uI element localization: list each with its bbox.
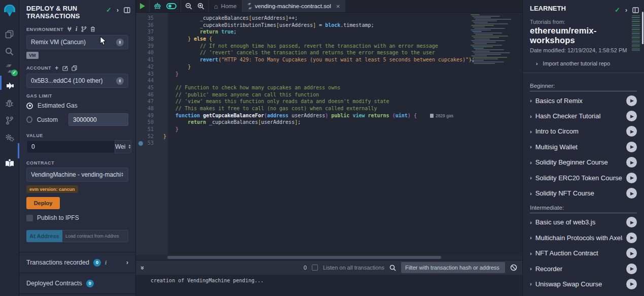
- estimated-gas-option[interactable]: Estimated Gas: [26, 102, 128, 109]
- value-input[interactable]: [26, 140, 115, 153]
- debugger-icon[interactable]: [0, 94, 19, 112]
- breakpoint-margin[interactable]: [136, 77, 146, 84]
- plugin-manager-icon[interactable]: [0, 129, 19, 146]
- code-line[interactable]: 46 // 'public' means anyone can call thi…: [136, 91, 522, 98]
- tutorial-item[interactable]: ›Multisig Wallet▶: [530, 139, 637, 154]
- play-tutorial-button[interactable]: ▶: [626, 188, 637, 199]
- account-select[interactable]: 0x5B3...eddC4 (100 ether) ▲▼: [26, 74, 128, 88]
- clear-console-icon[interactable]: [510, 264, 517, 271]
- breakpoint-margin[interactable]: [136, 140, 146, 147]
- tutorial-item[interactable]: ›Intro to Circom▶: [530, 124, 637, 139]
- hscrollbar-thumb[interactable]: [167, 256, 441, 259]
- play-tutorial-button[interactable]: ▶: [626, 157, 637, 168]
- breakpoint-margin[interactable]: [136, 112, 146, 119]
- deployed-contracts-row[interactable]: Deployed Contracts 0: [19, 273, 135, 294]
- breakpoint-margin[interactable]: [136, 71, 146, 78]
- add-account-icon[interactable]: +: [55, 64, 59, 72]
- code-line[interactable]: 53: [136, 140, 522, 147]
- editor-minimap[interactable]: [469, 14, 511, 69]
- breakpoint-margin[interactable]: [136, 98, 146, 105]
- code-line[interactable]: 50 return _cupcakeBalances[userAddress];: [136, 119, 522, 126]
- code-line[interactable]: 37 return true;: [136, 28, 522, 36]
- tutorial-item[interactable]: ›Basics of Remix▶: [530, 93, 637, 108]
- plug-icon[interactable]: [67, 26, 72, 32]
- play-tutorial-button[interactable]: ▶: [626, 217, 637, 227]
- terminal-filter-input[interactable]: [401, 262, 505, 273]
- learneth-book-icon[interactable]: [0, 154, 19, 172]
- code-line[interactable]: 36 _cupcakeDistributionTimes[userAddress…: [136, 22, 522, 29]
- terminal-log[interactable]: creation of VendingMachine pending... [v…: [136, 275, 522, 296]
- tutorial-item[interactable]: ›Hash Checker Tutorial▶: [530, 108, 637, 123]
- environment-select[interactable]: Remix VM (Cancun) ▲▼: [26, 35, 128, 49]
- code-line[interactable]: 39 // If not enough time has passed, rev…: [136, 43, 522, 50]
- tutorial-item[interactable]: ›Multichain Protocols with Axelar▶: [530, 230, 637, 245]
- ai-copilot-icon[interactable]: [154, 3, 161, 10]
- breakpoint-margin[interactable]: [136, 15, 146, 22]
- code-line[interactable]: 52}: [136, 133, 522, 140]
- learneth-scrollbar-thumb[interactable]: [642, 12, 643, 44]
- play-tutorial-button[interactable]: ▶: [626, 248, 637, 258]
- breakpoint-margin[interactable]: [136, 28, 146, 36]
- code-line[interactable]: 48 // This makes it free to call (no gas…: [136, 105, 522, 112]
- code-line[interactable]: 40 // 'revert' cancels the transaction a…: [136, 49, 522, 56]
- play-tutorial-button[interactable]: ▶: [626, 233, 637, 243]
- code-line[interactable]: 41 revert("HTTP 429: Too Many Cupcakes (…: [136, 56, 522, 63]
- tutorial-item[interactable]: ›NFT Auction Contract▶: [530, 246, 637, 261]
- environment-info-icon[interactable]: i: [76, 25, 78, 33]
- play-tutorial-button[interactable]: ▶: [626, 95, 637, 106]
- breakpoint-margin[interactable]: [136, 126, 146, 133]
- value-unit-select[interactable]: Wei ▲▼: [115, 140, 131, 153]
- code-line[interactable]: 51 }: [136, 126, 522, 133]
- publish-ipfs-checkbox[interactable]: [26, 215, 33, 221]
- code-area[interactable]: 35 _cupcakeBalances[userAddress]++;36 _c…: [136, 13, 522, 260]
- code-line[interactable]: 38 } else {: [136, 36, 522, 43]
- tutorial-item[interactable]: ›Solidity NFT Course▶: [530, 185, 637, 201]
- tutorial-item[interactable]: ›Solidity Beginner Course▶: [530, 155, 637, 170]
- code-line[interactable]: 47 // 'view' means this function only re…: [136, 98, 522, 105]
- sign-message-icon[interactable]: [62, 65, 68, 71]
- git-icon[interactable]: [0, 112, 19, 129]
- at-address-button[interactable]: At Address: [26, 230, 62, 242]
- learneth-expand-icon[interactable]: ›: [625, 7, 627, 14]
- custom-gas-input[interactable]: [68, 113, 128, 126]
- contract-select[interactable]: VendingMachine - vending-machin ▲▼: [26, 168, 128, 182]
- play-tutorial-button[interactable]: ▶: [626, 126, 637, 137]
- tutorial-item[interactable]: ›Uniswap Swap Course▶: [530, 276, 637, 291]
- solidity-compiler-icon[interactable]: ✓: [0, 60, 19, 77]
- transactions-recorded-row[interactable]: Transactions recorded 0 i ›: [19, 252, 135, 273]
- play-tutorial-button[interactable]: ▶: [626, 279, 637, 289]
- custom-gas-option[interactable]: Custom: [26, 113, 128, 126]
- play-tutorial-button[interactable]: ▶: [626, 173, 637, 183]
- file-explorer-icon[interactable]: [0, 25, 19, 43]
- breakpoint-margin[interactable]: [136, 56, 146, 63]
- zoom-out-icon[interactable]: [185, 3, 192, 10]
- code-line[interactable]: 43 }: [136, 71, 522, 78]
- tab-file[interactable]: vending-machine-contract.sol ×: [242, 0, 346, 12]
- play-tutorial-button[interactable]: ▶: [626, 142, 637, 152]
- expand-panel-icon[interactable]: ›: [117, 7, 119, 14]
- breakpoint-margin[interactable]: [136, 22, 146, 29]
- run-script-icon[interactable]: [140, 3, 145, 9]
- breakpoint-margin[interactable]: [136, 133, 146, 140]
- breakpoint-margin[interactable]: [136, 84, 146, 91]
- search-icon[interactable]: [0, 43, 19, 60]
- play-tutorial-button[interactable]: ▶: [626, 264, 637, 274]
- code-line[interactable]: 42 }: [136, 63, 522, 71]
- tutorial-item[interactable]: ›Solidity ERC20 Token Course▶: [530, 170, 637, 185]
- remix-logo-icon[interactable]: [0, 0, 19, 21]
- estimated-gas-radio[interactable]: [26, 103, 33, 109]
- tutorial-item[interactable]: ›Basic use of web3.js▶: [530, 215, 637, 230]
- import-tutorial-repo[interactable]: › Import another tutorial repo: [523, 60, 644, 73]
- code-line[interactable]: 44: [136, 77, 522, 84]
- transactions-info-icon[interactable]: i: [105, 259, 106, 267]
- copilot-toggle-icon[interactable]: [166, 3, 176, 9]
- at-address-input[interactable]: [62, 230, 128, 242]
- code-line[interactable]: 49 function getCupcakeBalanceFor(address…: [136, 112, 522, 119]
- close-tab-icon[interactable]: ×: [336, 3, 340, 10]
- breakpoint-margin[interactable]: [136, 36, 146, 43]
- deploy-and-run-icon[interactable]: [0, 77, 19, 94]
- breakpoint-margin[interactable]: [136, 105, 146, 112]
- copy-account-icon[interactable]: [71, 65, 77, 71]
- listen-all-checkbox[interactable]: [312, 265, 318, 271]
- breakpoint-dot[interactable]: [138, 141, 143, 146]
